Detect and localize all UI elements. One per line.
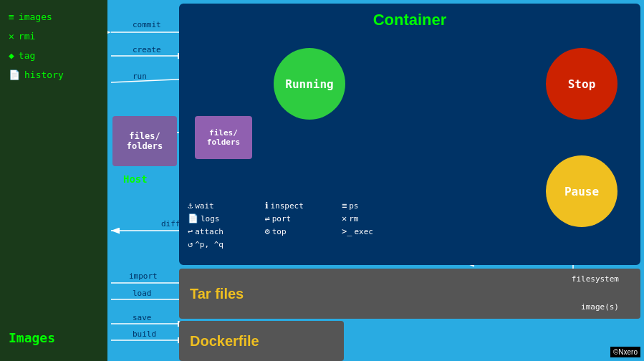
port-icon: ⇌ bbox=[265, 213, 270, 223]
gear-icon: ⚙ bbox=[265, 226, 270, 236]
watermark: ©Nxero bbox=[610, 347, 640, 357]
sidebar-item-rmi[interactable]: ✕ rmi bbox=[0, 27, 107, 46]
container-title: Container bbox=[373, 11, 447, 29]
tar-filesystem-label: filesystem bbox=[572, 274, 619, 284]
sidebar-item-images[interactable]: ≡ images bbox=[0, 7, 107, 27]
container-box: Container Running Stop Pause files/folde… bbox=[179, 4, 640, 265]
list-icon: ≡ bbox=[342, 201, 347, 211]
container-files-box: files/folders bbox=[195, 116, 252, 159]
commands-grid: ⚓ wait ℹ inspect ≡ ps 📄 logs ⇌ port ✕ bbox=[188, 201, 489, 249]
exec-icon: >_ bbox=[342, 226, 352, 236]
svg-text:run: run bbox=[133, 72, 147, 81]
cmd-rm: ✕ rm bbox=[342, 213, 412, 223]
cmd-port: ⇌ port bbox=[265, 213, 335, 223]
cmd-attach: ↩ attach bbox=[188, 226, 258, 236]
dockerfile-title: Dockerfile bbox=[190, 333, 259, 350]
tar-title: Tar files bbox=[190, 286, 640, 302]
sidebar-section-label: Images bbox=[0, 322, 107, 354]
doc-icon: 📄 bbox=[188, 213, 198, 223]
cmd-placeholder3 bbox=[419, 226, 489, 236]
cmd-ps: ≡ ps bbox=[342, 201, 412, 211]
images-icon: ≡ bbox=[9, 11, 14, 22]
svg-text:load: load bbox=[133, 289, 152, 298]
svg-text:save: save bbox=[133, 313, 152, 322]
rmi-icon: ✕ bbox=[9, 31, 14, 42]
cmd-inspect: ℹ inspect bbox=[265, 201, 335, 211]
dockerfile-box: Dockerfile bbox=[179, 321, 344, 361]
cmd-placeholder1 bbox=[419, 201, 489, 211]
main-area: commit create run start kill, stop unpau… bbox=[107, 0, 644, 361]
sidebar-item-tag[interactable]: ◆ tag bbox=[0, 46, 107, 65]
anchor-icon: ⚓ bbox=[188, 201, 193, 211]
pause-state: Pause bbox=[546, 155, 617, 227]
cmd-top: ⚙ top bbox=[265, 226, 335, 236]
tag-icon: ◆ bbox=[9, 50, 14, 61]
stop-state: Stop bbox=[546, 48, 617, 120]
host-files-box: files/folders bbox=[112, 116, 177, 166]
cmd-logs: 📄 logs bbox=[188, 213, 258, 223]
tar-files-box: Tar files filesystem image(s) bbox=[179, 269, 640, 319]
svg-text:create: create bbox=[133, 45, 161, 54]
svg-text:import: import bbox=[129, 271, 158, 281]
svg-text:diff: diff bbox=[161, 219, 181, 228]
info-icon: ℹ bbox=[265, 201, 269, 211]
cmd-detach: ↺ ^p, ^q bbox=[188, 239, 258, 249]
cmd-wait: ⚓ wait bbox=[188, 201, 258, 211]
detach-icon: ↺ bbox=[188, 239, 193, 249]
sidebar-item-history[interactable]: 📄 history bbox=[0, 65, 107, 85]
svg-text:commit: commit bbox=[133, 20, 161, 29]
cmd-exec: >_ exec bbox=[342, 226, 412, 236]
attach-icon: ↩ bbox=[188, 226, 193, 236]
sidebar: ≡ images ✕ rmi ◆ tag 📄 history Images bbox=[0, 0, 107, 361]
tar-images-label: image(s) bbox=[581, 302, 619, 312]
host-label: Host bbox=[123, 173, 148, 185]
cmd-placeholder2 bbox=[419, 213, 489, 223]
rm-icon: ✕ bbox=[342, 213, 347, 223]
running-state: Running bbox=[274, 48, 345, 120]
history-icon: 📄 bbox=[9, 69, 20, 80]
svg-text:build: build bbox=[133, 329, 156, 339]
